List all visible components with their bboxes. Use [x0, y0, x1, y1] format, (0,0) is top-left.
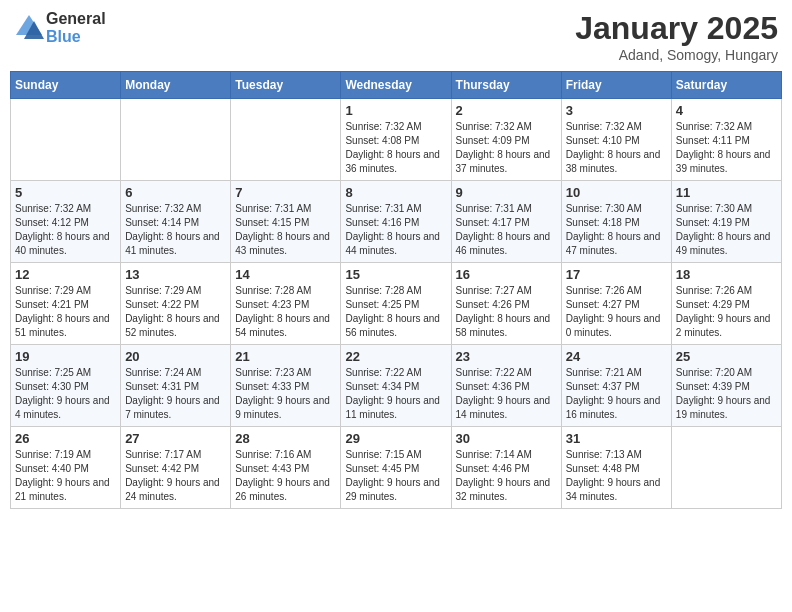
calendar-week-row: 1Sunrise: 7:32 AM Sunset: 4:08 PM Daylig… — [11, 99, 782, 181]
day-number: 18 — [676, 267, 777, 282]
day-info: Sunrise: 7:31 AM Sunset: 4:15 PM Dayligh… — [235, 202, 336, 258]
logo-general: General — [46, 10, 106, 27]
day-info: Sunrise: 7:32 AM Sunset: 4:12 PM Dayligh… — [15, 202, 116, 258]
day-number: 30 — [456, 431, 557, 446]
subtitle: Adand, Somogy, Hungary — [575, 47, 778, 63]
calendar-cell: 10Sunrise: 7:30 AM Sunset: 4:18 PM Dayli… — [561, 181, 671, 263]
calendar-cell: 7Sunrise: 7:31 AM Sunset: 4:15 PM Daylig… — [231, 181, 341, 263]
calendar-week-row: 12Sunrise: 7:29 AM Sunset: 4:21 PM Dayli… — [11, 263, 782, 345]
day-info: Sunrise: 7:30 AM Sunset: 4:18 PM Dayligh… — [566, 202, 667, 258]
day-number: 13 — [125, 267, 226, 282]
calendar-cell: 27Sunrise: 7:17 AM Sunset: 4:42 PM Dayli… — [121, 427, 231, 509]
day-number: 26 — [15, 431, 116, 446]
calendar-cell: 28Sunrise: 7:16 AM Sunset: 4:43 PM Dayli… — [231, 427, 341, 509]
day-number: 31 — [566, 431, 667, 446]
calendar-header-row: SundayMondayTuesdayWednesdayThursdayFrid… — [11, 72, 782, 99]
calendar-cell: 12Sunrise: 7:29 AM Sunset: 4:21 PM Dayli… — [11, 263, 121, 345]
day-number: 12 — [15, 267, 116, 282]
day-info: Sunrise: 7:29 AM Sunset: 4:22 PM Dayligh… — [125, 284, 226, 340]
day-info: Sunrise: 7:25 AM Sunset: 4:30 PM Dayligh… — [15, 366, 116, 422]
day-number: 20 — [125, 349, 226, 364]
calendar-cell — [121, 99, 231, 181]
calendar-day-header: Friday — [561, 72, 671, 99]
day-number: 22 — [345, 349, 446, 364]
day-info: Sunrise: 7:29 AM Sunset: 4:21 PM Dayligh… — [15, 284, 116, 340]
calendar-cell: 8Sunrise: 7:31 AM Sunset: 4:16 PM Daylig… — [341, 181, 451, 263]
calendar-week-row: 26Sunrise: 7:19 AM Sunset: 4:40 PM Dayli… — [11, 427, 782, 509]
day-info: Sunrise: 7:27 AM Sunset: 4:26 PM Dayligh… — [456, 284, 557, 340]
calendar-week-row: 19Sunrise: 7:25 AM Sunset: 4:30 PM Dayli… — [11, 345, 782, 427]
day-info: Sunrise: 7:31 AM Sunset: 4:17 PM Dayligh… — [456, 202, 557, 258]
day-info: Sunrise: 7:32 AM Sunset: 4:11 PM Dayligh… — [676, 120, 777, 176]
day-info: Sunrise: 7:32 AM Sunset: 4:09 PM Dayligh… — [456, 120, 557, 176]
main-title: January 2025 — [575, 10, 778, 47]
calendar-cell: 19Sunrise: 7:25 AM Sunset: 4:30 PM Dayli… — [11, 345, 121, 427]
day-info: Sunrise: 7:22 AM Sunset: 4:36 PM Dayligh… — [456, 366, 557, 422]
page-header: General Blue January 2025 Adand, Somogy,… — [10, 10, 782, 63]
logo: General Blue — [14, 10, 106, 45]
day-info: Sunrise: 7:21 AM Sunset: 4:37 PM Dayligh… — [566, 366, 667, 422]
day-info: Sunrise: 7:26 AM Sunset: 4:27 PM Dayligh… — [566, 284, 667, 340]
calendar-day-header: Tuesday — [231, 72, 341, 99]
day-number: 24 — [566, 349, 667, 364]
calendar-cell — [231, 99, 341, 181]
calendar-cell: 1Sunrise: 7:32 AM Sunset: 4:08 PM Daylig… — [341, 99, 451, 181]
calendar-cell: 29Sunrise: 7:15 AM Sunset: 4:45 PM Dayli… — [341, 427, 451, 509]
day-number: 27 — [125, 431, 226, 446]
calendar-cell: 22Sunrise: 7:22 AM Sunset: 4:34 PM Dayli… — [341, 345, 451, 427]
calendar-cell — [11, 99, 121, 181]
day-info: Sunrise: 7:32 AM Sunset: 4:08 PM Dayligh… — [345, 120, 446, 176]
logo-blue: Blue — [46, 28, 106, 46]
day-number: 1 — [345, 103, 446, 118]
calendar-cell: 31Sunrise: 7:13 AM Sunset: 4:48 PM Dayli… — [561, 427, 671, 509]
day-number: 5 — [15, 185, 116, 200]
calendar-day-header: Wednesday — [341, 72, 451, 99]
calendar-day-header: Saturday — [671, 72, 781, 99]
day-info: Sunrise: 7:32 AM Sunset: 4:10 PM Dayligh… — [566, 120, 667, 176]
day-number: 11 — [676, 185, 777, 200]
calendar-day-header: Sunday — [11, 72, 121, 99]
day-number: 9 — [456, 185, 557, 200]
day-info: Sunrise: 7:22 AM Sunset: 4:34 PM Dayligh… — [345, 366, 446, 422]
calendar-week-row: 5Sunrise: 7:32 AM Sunset: 4:12 PM Daylig… — [11, 181, 782, 263]
calendar-cell: 18Sunrise: 7:26 AM Sunset: 4:29 PM Dayli… — [671, 263, 781, 345]
day-number: 29 — [345, 431, 446, 446]
calendar-cell: 6Sunrise: 7:32 AM Sunset: 4:14 PM Daylig… — [121, 181, 231, 263]
day-info: Sunrise: 7:30 AM Sunset: 4:19 PM Dayligh… — [676, 202, 777, 258]
day-number: 4 — [676, 103, 777, 118]
day-number: 3 — [566, 103, 667, 118]
title-block: January 2025 Adand, Somogy, Hungary — [575, 10, 778, 63]
day-number: 16 — [456, 267, 557, 282]
day-number: 17 — [566, 267, 667, 282]
day-info: Sunrise: 7:20 AM Sunset: 4:39 PM Dayligh… — [676, 366, 777, 422]
calendar-day-header: Monday — [121, 72, 231, 99]
day-info: Sunrise: 7:31 AM Sunset: 4:16 PM Dayligh… — [345, 202, 446, 258]
day-number: 14 — [235, 267, 336, 282]
day-info: Sunrise: 7:26 AM Sunset: 4:29 PM Dayligh… — [676, 284, 777, 340]
day-number: 2 — [456, 103, 557, 118]
day-number: 15 — [345, 267, 446, 282]
day-number: 6 — [125, 185, 226, 200]
day-number: 21 — [235, 349, 336, 364]
day-info: Sunrise: 7:19 AM Sunset: 4:40 PM Dayligh… — [15, 448, 116, 504]
day-number: 25 — [676, 349, 777, 364]
calendar-cell: 16Sunrise: 7:27 AM Sunset: 4:26 PM Dayli… — [451, 263, 561, 345]
calendar-cell: 30Sunrise: 7:14 AM Sunset: 4:46 PM Dayli… — [451, 427, 561, 509]
day-info: Sunrise: 7:28 AM Sunset: 4:25 PM Dayligh… — [345, 284, 446, 340]
calendar-cell: 23Sunrise: 7:22 AM Sunset: 4:36 PM Dayli… — [451, 345, 561, 427]
calendar-cell: 20Sunrise: 7:24 AM Sunset: 4:31 PM Dayli… — [121, 345, 231, 427]
calendar-cell: 11Sunrise: 7:30 AM Sunset: 4:19 PM Dayli… — [671, 181, 781, 263]
calendar-cell: 26Sunrise: 7:19 AM Sunset: 4:40 PM Dayli… — [11, 427, 121, 509]
day-number: 19 — [15, 349, 116, 364]
calendar-cell: 3Sunrise: 7:32 AM Sunset: 4:10 PM Daylig… — [561, 99, 671, 181]
calendar-cell: 25Sunrise: 7:20 AM Sunset: 4:39 PM Dayli… — [671, 345, 781, 427]
day-info: Sunrise: 7:16 AM Sunset: 4:43 PM Dayligh… — [235, 448, 336, 504]
calendar-cell: 24Sunrise: 7:21 AM Sunset: 4:37 PM Dayli… — [561, 345, 671, 427]
calendar-cell: 5Sunrise: 7:32 AM Sunset: 4:12 PM Daylig… — [11, 181, 121, 263]
calendar-cell: 13Sunrise: 7:29 AM Sunset: 4:22 PM Dayli… — [121, 263, 231, 345]
calendar-cell: 17Sunrise: 7:26 AM Sunset: 4:27 PM Dayli… — [561, 263, 671, 345]
calendar-cell: 2Sunrise: 7:32 AM Sunset: 4:09 PM Daylig… — [451, 99, 561, 181]
day-number: 8 — [345, 185, 446, 200]
day-number: 28 — [235, 431, 336, 446]
day-number: 7 — [235, 185, 336, 200]
